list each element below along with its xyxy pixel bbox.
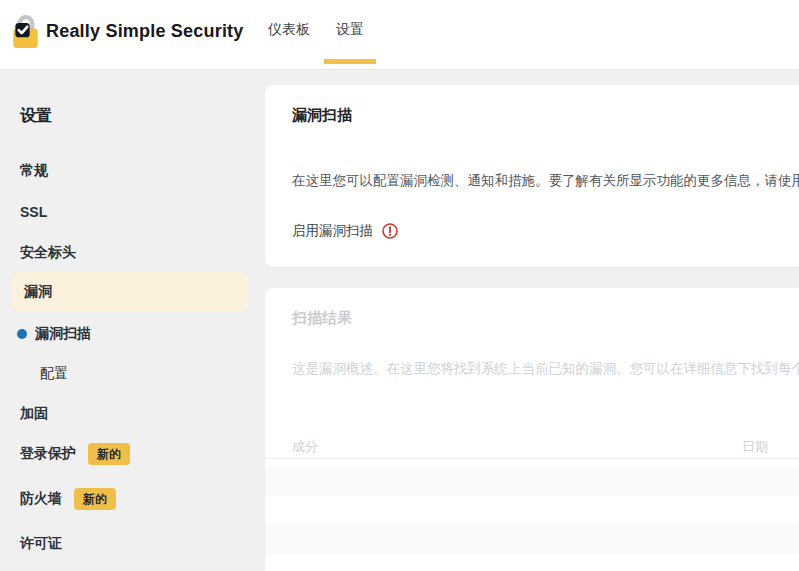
sidebar-item-security-headers[interactable]: 安全标头 <box>20 241 76 265</box>
sidebar-item-label: 配置 <box>40 365 68 383</box>
card-title: 漏洞扫描 <box>292 106 352 125</box>
enable-vulnerability-scan-toggle[interactable]: 启用漏洞扫描 <box>292 219 399 243</box>
sidebar-item-general[interactable]: 常规 <box>20 159 48 183</box>
vulnerability-scan-card: 漏洞扫描 在这里您可以配置漏洞检测、通知和措施。要了解有关所显示功能的更多信息，… <box>265 85 799 267</box>
sidebar-item-license[interactable]: 许可证 <box>20 532 62 556</box>
active-item-dot-icon <box>17 329 27 339</box>
sidebar-item-label: 常规 <box>20 162 48 180</box>
sidebar-item-hardening[interactable]: 加固 <box>20 402 48 426</box>
sidebar-item-label: 漏洞 <box>24 283 52 301</box>
new-badge: 新的 <box>74 488 116 510</box>
card-description: 这是漏洞概述。在这里您将找到系统上当前已知的漏洞。您可以在详细信息下找到每个漏 <box>292 360 799 378</box>
sidebar-title: 设置 <box>20 106 52 127</box>
table-column-date: 日期 <box>742 438 768 456</box>
scan-results-card: 扫描结果 这是漏洞概述。在这里您将找到系统上当前已知的漏洞。您可以在详细信息下找… <box>265 288 799 571</box>
toggle-label: 启用漏洞扫描 <box>292 222 373 240</box>
tab-dashboard-label: 仪表板 <box>268 21 310 39</box>
tab-settings-label: 设置 <box>336 21 364 39</box>
sidebar-item-vulnerabilities[interactable]: 漏洞 <box>12 272 248 312</box>
padlock-check-icon <box>12 12 39 50</box>
table-column-component: 成分 <box>292 438 318 456</box>
sidebar-item-vulnerability-scan[interactable]: 漏洞扫描 <box>17 322 91 346</box>
table-row <box>265 525 799 554</box>
sidebar-item-label: 漏洞扫描 <box>35 325 91 343</box>
sidebar-item-configuration[interactable]: 配置 <box>40 362 68 386</box>
sidebar-item-login-protection[interactable]: 登录保护 新的 <box>20 442 130 466</box>
sidebar-item-firewall[interactable]: 防火墙 新的 <box>20 487 116 511</box>
sidebar-item-ssl[interactable]: SSL <box>20 200 47 224</box>
header-tabs: 仪表板 设置 <box>256 0 376 64</box>
sidebar-item-label: 许可证 <box>20 535 62 553</box>
card-description: 在这里您可以配置漏洞检测、通知和措施。要了解有关所显示功能的更多信息，请使用右 <box>292 172 799 190</box>
alert-circle-icon[interactable] <box>381 222 399 240</box>
app-header: Really Simple Security 仪表板 设置 <box>0 0 799 70</box>
sidebar-item-label: 安全标头 <box>20 244 76 262</box>
sidebar-item-label: 加固 <box>20 405 48 423</box>
brand-title: Really Simple Security <box>46 21 244 42</box>
tab-settings[interactable]: 设置 <box>324 0 376 64</box>
sidebar-item-label: 登录保护 <box>20 445 76 463</box>
tab-dashboard[interactable]: 仪表板 <box>256 0 322 64</box>
card-title: 扫描结果 <box>292 309 352 328</box>
really-simple-security-settings-page: Really Simple Security 仪表板 设置 设置 常规 SSL … <box>0 0 799 571</box>
table-header-divider <box>265 458 799 459</box>
table-row <box>265 467 799 496</box>
sidebar-item-label: 防火墙 <box>20 490 62 508</box>
sidebar-item-label: SSL <box>20 204 47 220</box>
new-badge: 新的 <box>88 443 130 465</box>
